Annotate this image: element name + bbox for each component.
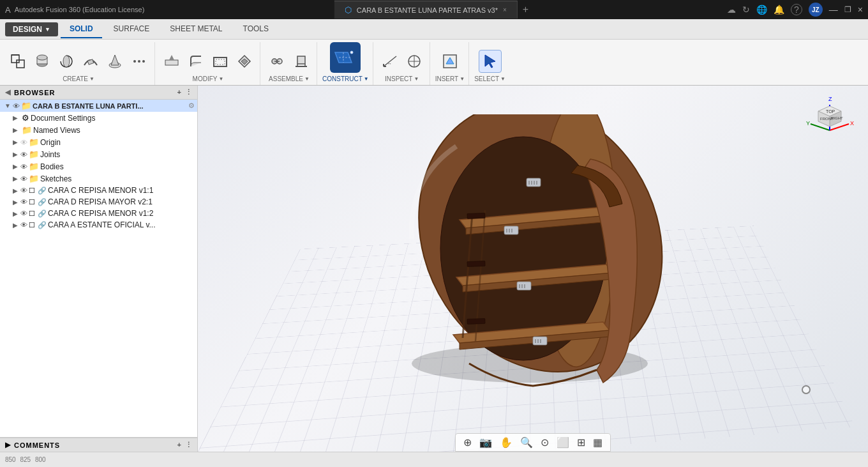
doc-tab-close[interactable]: ×: [503, 6, 507, 13]
toolbar-group-assemble: ASSEMBLE ▼: [262, 42, 317, 85]
zoom-btn[interactable]: 🔍: [518, 435, 535, 450]
origin-label: Origin: [40, 138, 197, 147]
view-cube-btn[interactable]: ⬜: [554, 435, 572, 450]
tree-item-sketches[interactable]: ▶ 👁 📁 Sketches: [0, 172, 197, 185]
help-btn[interactable]: ?: [791, 4, 802, 15]
tab-sheetmetal[interactable]: SHEET METAL: [161, 20, 231, 38]
svg-rect-58: [517, 282, 531, 290]
tree-item-carad[interactable]: ▶ 👁 ☐ 🔗 CARA D REPISA MAYOR v2:1: [0, 196, 197, 208]
doc-tab-area: ⬡ CARA B ESTANTE LUNA PARTE ATRAS v3* × …: [334, 0, 534, 19]
caraa-checkbox[interactable]: ☐: [29, 221, 35, 229]
add-tab-btn[interactable]: +: [518, 1, 534, 19]
origin-eye[interactable]: 👁: [20, 139, 27, 146]
grid-btn[interactable]: ⊞: [574, 435, 588, 450]
svg-point-11: [138, 60, 140, 63]
insert-canvas-btn[interactable]: [438, 50, 461, 73]
sweep-btn[interactable]: [79, 50, 102, 73]
doc-tab-label: CARA B ESTANTE LUNA PARTE ATRAS v3*: [357, 6, 498, 14]
tree-item-caraa[interactable]: ▶ 👁 ☐ 🔗 CARA A ESTANTE OFICIAL v...: [0, 219, 197, 231]
carac1-label: CARA C REPISA MENOR v1:1: [48, 186, 197, 195]
carac2-eye[interactable]: 👁: [20, 210, 27, 217]
orientation-cube[interactable]: X Y Z TOP RIGHT FRONT: [804, 92, 855, 143]
status-left: 850 825 800: [5, 456, 49, 463]
carac1-eye[interactable]: 👁: [20, 187, 27, 194]
tree-item-root[interactable]: ▼ 👁 📁 CARA B ESTANTE LUNA PARTI... ⚙: [0, 100, 197, 112]
shell-btn[interactable]: [209, 50, 232, 73]
doc-tab[interactable]: ⬡ CARA B ESTANTE LUNA PARTE ATRAS v3* ×: [334, 1, 518, 19]
orbit-btn[interactable]: ⊕: [461, 435, 474, 450]
tree-item-namedviews[interactable]: ▶ 📁 Named Views: [0, 124, 197, 136]
scale-btn[interactable]: [233, 50, 256, 73]
loft-btn[interactable]: [103, 50, 126, 73]
ground-btn[interactable]: [290, 50, 313, 73]
docsettings-label: Document Settings: [31, 114, 197, 123]
docsettings-icon: ⚙: [22, 113, 29, 123]
root-icon: 📁: [21, 101, 31, 111]
camera-btn[interactable]: 📷: [477, 435, 495, 450]
select-btn[interactable]: [479, 50, 502, 73]
model-svg: [373, 114, 692, 395]
tab-surface[interactable]: SURFACE: [105, 20, 159, 38]
root-settings-btn[interactable]: ⚙: [188, 102, 195, 110]
win-minimize[interactable]: —: [829, 4, 838, 15]
new-component-btn[interactable]: [6, 50, 29, 73]
workspace-arrow: ▼: [45, 26, 50, 33]
bell-btn[interactable]: 🔔: [774, 4, 784, 15]
revolve-btn[interactable]: [55, 50, 78, 73]
measure-btn[interactable]: ↔: [378, 50, 401, 73]
tree-item-carac2[interactable]: ▶ 👁 ☐ 🔗 CARA C REPISA MENOR v1:2: [0, 208, 197, 219]
carac2-checkbox[interactable]: ☐: [29, 210, 35, 218]
inspect-tool-row: ↔: [378, 50, 426, 73]
fillet-btn[interactable]: [184, 50, 207, 73]
construct-label: CONSTRUCT ▼: [322, 75, 369, 82]
root-eye[interactable]: 👁: [13, 102, 20, 110]
caraa-eye[interactable]: 👁: [20, 221, 27, 229]
tree-item-docsettings[interactable]: ▶ ⚙ Document Settings: [0, 112, 197, 124]
user-avatar[interactable]: JZ: [809, 3, 823, 17]
carac1-checkbox[interactable]: ☐: [29, 187, 35, 195]
bodies-eye[interactable]: 👁: [20, 163, 27, 171]
cloud-btn[interactable]: ☁: [727, 4, 736, 15]
svg-marker-39: [485, 55, 495, 68]
tree-item-origin[interactable]: ▶ 👁 📁 Origin: [0, 136, 197, 148]
sketches-icon: 📁: [29, 174, 39, 183]
pan-btn[interactable]: ✋: [497, 435, 515, 450]
construct-plane-btn[interactable]: [330, 42, 361, 73]
joint-btn[interactable]: [266, 50, 288, 73]
browser-expand-btn[interactable]: ⋮: [185, 88, 192, 96]
fit-btn[interactable]: ⊙: [538, 435, 551, 450]
carad-eye[interactable]: 👁: [20, 198, 27, 206]
comments-expand[interactable]: ▶: [5, 441, 10, 449]
joints-eye[interactable]: 👁: [20, 151, 27, 158]
tree-item-bodies[interactable]: ▶ 👁 📁 Bodies: [0, 160, 197, 172]
press-pull-btn[interactable]: [160, 50, 183, 73]
browser-collapse-btn[interactable]: ◀: [5, 88, 10, 96]
sketches-label: Sketches: [40, 174, 197, 183]
win-close[interactable]: ×: [858, 4, 863, 15]
more-create-btn[interactable]: [128, 50, 151, 73]
sketches-eye[interactable]: 👁: [20, 175, 27, 183]
tree-item-carac1[interactable]: ▶ 👁 ☐ 🔗 CARA C REPISA MENOR v1:1: [0, 185, 197, 196]
workspace-design-btn[interactable]: DESIGN ▼: [5, 22, 58, 36]
viewport[interactable]: X Y Z TOP RIGHT FRONT ⊕ 📷 ✋ �: [198, 86, 868, 452]
svg-rect-0: [11, 55, 19, 63]
doc-tab-icon: ⬡: [345, 5, 352, 15]
globe-btn[interactable]: 🌐: [756, 4, 767, 15]
center-marker: [802, 385, 811, 394]
browser-add-btn[interactable]: +: [177, 88, 181, 96]
main-toolbar: CREATE ▼ MODIFY ▼: [0, 40, 868, 86]
win-restore[interactable]: ❐: [844, 5, 851, 14]
comments-more-btn[interactable]: ⋮: [185, 441, 192, 449]
tab-solid[interactable]: SOLID: [61, 20, 102, 38]
comments-add-btn[interactable]: +: [177, 441, 181, 449]
app-icon: A: [5, 5, 11, 15]
tree-item-joints[interactable]: ▶ 👁 📁 Joints: [0, 148, 197, 160]
tab-tools[interactable]: TOOLS: [234, 20, 278, 38]
display-btn[interactable]: [403, 50, 426, 73]
display-mode-btn[interactable]: ▦: [590, 435, 605, 450]
extrude-btn[interactable]: [31, 50, 54, 73]
svg-point-10: [133, 60, 136, 63]
inspect-label: INSPECT ▼: [385, 75, 419, 82]
carad-checkbox[interactable]: ☐: [29, 198, 35, 206]
sync-btn[interactable]: ↻: [742, 4, 750, 15]
